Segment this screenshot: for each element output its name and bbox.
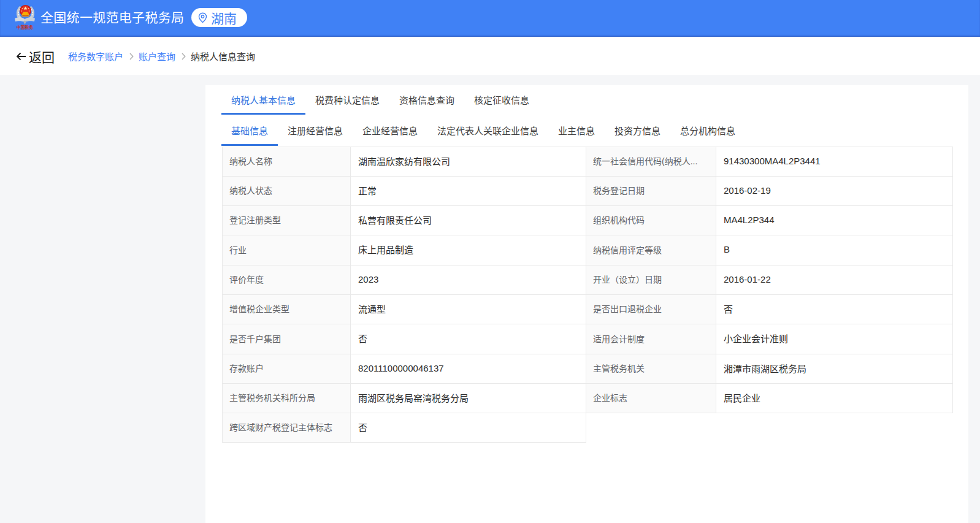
svg-text:中国税务: 中国税务 [17,25,33,30]
